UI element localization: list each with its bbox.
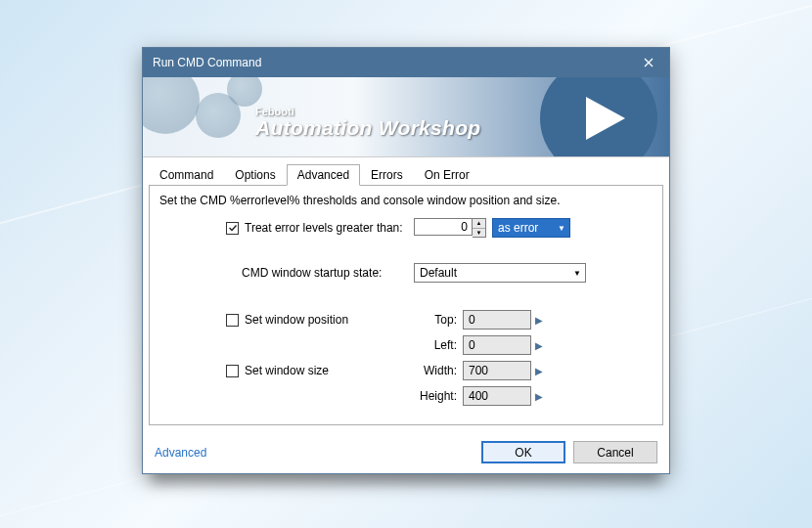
tab-on-error[interactable]: On Error xyxy=(414,164,480,186)
close-button[interactable] xyxy=(636,52,661,73)
width-label: Width: xyxy=(414,364,463,377)
variable-picker-icon[interactable]: ▶ xyxy=(535,391,543,402)
variable-picker-icon[interactable]: ▶ xyxy=(535,340,543,351)
tab-errors[interactable]: Errors xyxy=(360,164,414,186)
startup-state-label: CMD window startup state: xyxy=(242,266,382,280)
chevron-down-icon: ▼ xyxy=(558,224,565,233)
variable-picker-icon[interactable]: ▶ xyxy=(535,366,543,376)
tab-advanced[interactable]: Advanced xyxy=(287,164,360,186)
dialog-window: Run CMD Command Febooti Automation Works… xyxy=(142,47,670,474)
tab-panel: Set the CMD %errorlevel% thresholds and … xyxy=(149,185,663,425)
svg-marker-0 xyxy=(586,97,625,140)
close-icon xyxy=(644,58,654,67)
height-input[interactable] xyxy=(463,386,531,406)
cancel-button[interactable]: Cancel xyxy=(573,441,657,463)
title-bar[interactable]: Run CMD Command xyxy=(143,48,669,77)
play-logo xyxy=(540,77,657,157)
footer: Advanced OK Cancel xyxy=(143,431,669,473)
panel-description: Set the CMD %errorlevel% thresholds and … xyxy=(159,194,653,207)
play-icon xyxy=(576,91,631,146)
startup-state-value: Default xyxy=(420,266,457,280)
brand-large: Automation Workshop xyxy=(255,117,480,138)
error-level-input[interactable] xyxy=(414,218,473,236)
set-size-checkbox[interactable] xyxy=(226,365,239,377)
ok-button[interactable]: OK xyxy=(481,441,565,463)
gear-icon xyxy=(143,77,200,134)
error-level-spinner[interactable]: ▲ ▼ xyxy=(414,218,486,238)
advanced-link[interactable]: Advanced xyxy=(155,446,206,460)
tab-command[interactable]: Command xyxy=(149,164,224,186)
spin-down-button[interactable]: ▼ xyxy=(473,229,485,238)
left-label: Left: xyxy=(414,338,463,352)
gear-icon xyxy=(227,77,262,107)
width-input[interactable] xyxy=(463,361,531,380)
tab-strip: Command Options Advanced Errors On Error xyxy=(149,163,663,185)
height-label: Height: xyxy=(414,389,463,403)
startup-state-select[interactable]: Default ▼ xyxy=(414,263,586,283)
chevron-down-icon: ▼ xyxy=(573,269,581,278)
set-size-label: Set window size xyxy=(245,364,329,377)
window-title: Run CMD Command xyxy=(153,56,261,69)
top-input[interactable] xyxy=(463,310,531,330)
treat-error-label: Treat error levels greater than: xyxy=(245,221,403,235)
variable-picker-icon[interactable]: ▶ xyxy=(535,315,543,326)
set-position-checkbox[interactable] xyxy=(226,314,239,327)
left-input[interactable] xyxy=(463,335,531,355)
spin-up-button[interactable]: ▲ xyxy=(473,219,485,229)
treat-as-value: as error xyxy=(498,221,538,235)
check-icon xyxy=(228,223,238,233)
treat-error-checkbox[interactable] xyxy=(226,222,239,235)
treat-as-select[interactable]: as error ▼ xyxy=(492,218,570,238)
top-label: Top: xyxy=(414,313,463,327)
tab-options[interactable]: Options xyxy=(224,164,286,186)
banner: Febooti Automation Workshop xyxy=(143,77,669,157)
set-position-label: Set window position xyxy=(245,313,348,327)
